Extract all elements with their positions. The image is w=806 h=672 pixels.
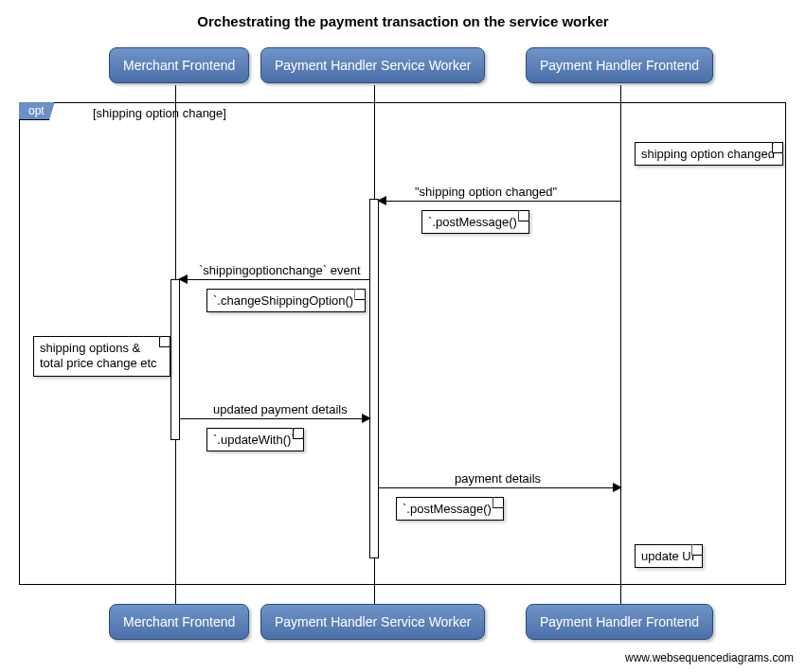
msg-label-1: "shipping option changed" <box>415 185 557 199</box>
note-shipping-option-changed: shipping option changed <box>635 142 783 166</box>
participant-sw-bottom: Payment Handler Service Worker <box>260 604 485 640</box>
msg-sub-4: `.postMessage()` <box>396 497 504 521</box>
arrow-head-1 <box>377 196 386 205</box>
arrow-2 <box>180 279 369 280</box>
participant-frontend-top: Payment Handler Frontend <box>526 47 713 83</box>
participant-merchant-bottom: Merchant Frontend <box>109 604 249 640</box>
opt-guard-label: [shipping option change] <box>93 106 226 120</box>
arrow-3 <box>180 418 369 419</box>
participant-sw-top: Payment Handler Service Worker <box>260 47 485 83</box>
msg-label-3: updated payment details <box>213 402 348 416</box>
msg-label-4: payment details <box>455 471 541 486</box>
arrow-head-4 <box>613 483 622 492</box>
msg-label-2: `shippingoptionchange` event <box>199 263 361 277</box>
note-update-ui: update UI <box>635 544 703 568</box>
arrow-head-3 <box>362 414 371 423</box>
note-price-change: shipping options & total price change et… <box>33 336 170 377</box>
msg-sub-1: `.postMessage()` <box>421 210 529 234</box>
diagram-title: Orchestrating the payment transaction on… <box>0 0 806 29</box>
activation-merchant <box>170 279 180 440</box>
attribution: www.websequencediagrams.com <box>625 651 794 664</box>
activation-sw <box>369 199 379 558</box>
participant-frontend-bottom: Payment Handler Frontend <box>526 604 713 640</box>
arrow-head-2 <box>178 274 188 284</box>
msg-sub-3: `.updateWith()` <box>206 428 304 451</box>
participant-merchant-top: Merchant Frontend <box>109 47 249 83</box>
msg-sub-2: `.changeShippingOption()` <box>206 289 366 312</box>
opt-tag: opt <box>19 102 55 120</box>
arrow-1 <box>379 201 620 202</box>
arrow-4 <box>379 487 620 488</box>
